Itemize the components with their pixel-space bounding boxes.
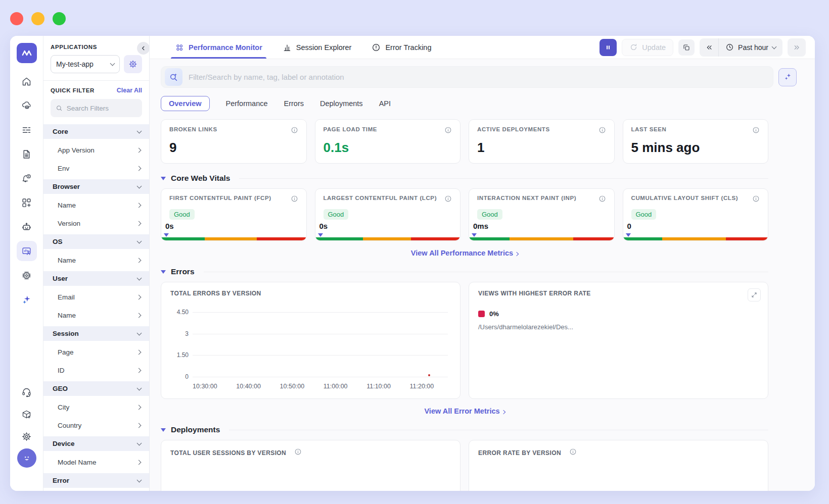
- application-select[interactable]: My-test-app: [51, 55, 120, 73]
- time-range-value: Past hour: [738, 43, 768, 52]
- ai-search-icon: [165, 68, 182, 86]
- global-filter-input[interactable]: [189, 73, 771, 81]
- home-icon[interactable]: [17, 71, 37, 91]
- support-headset-icon[interactable]: [17, 382, 37, 402]
- filter-group-core[interactable]: Core: [43, 124, 149, 139]
- filter-group-session[interactable]: Session: [43, 326, 149, 341]
- subtab-overview[interactable]: Overview: [161, 96, 210, 111]
- app-window: APPLICATIONS My-test-app QUICK FILTER Cl…: [10, 36, 815, 491]
- collapse-sidebar-button[interactable]: [137, 42, 150, 55]
- filter-item-app-version[interactable]: App Version: [43, 143, 149, 157]
- filter-item-session-id[interactable]: ID: [43, 363, 149, 377]
- search-icon: [56, 104, 63, 112]
- triangle-collapse-icon[interactable]: [161, 270, 166, 274]
- clear-all-link[interactable]: Clear All: [117, 87, 142, 94]
- view-all-performance-metrics-link[interactable]: View All Performance Metrics: [161, 249, 768, 257]
- filter-group-device[interactable]: Device: [43, 436, 149, 451]
- info-icon[interactable]: [291, 126, 298, 136]
- real-user-monitoring-icon[interactable]: [17, 241, 37, 261]
- chevron-down-icon: [110, 61, 115, 66]
- marker-triangle-icon: [164, 233, 169, 237]
- tab-performance-monitor[interactable]: Performance Monitor: [175, 36, 262, 59]
- x-tick: 11:00:00: [324, 383, 348, 390]
- alerts-bell-icon[interactable]: [17, 168, 37, 188]
- synthetics-robot-icon[interactable]: [17, 217, 37, 237]
- update-button[interactable]: Update: [622, 39, 673, 56]
- y-tick: 0: [170, 373, 189, 380]
- filter-search-input[interactable]: [67, 105, 137, 112]
- filter-item-env[interactable]: Env: [43, 161, 149, 175]
- close-window-button[interactable]: [10, 12, 23, 25]
- install-integration-box-icon[interactable]: [17, 404, 37, 424]
- triangle-collapse-icon[interactable]: [161, 177, 166, 180]
- settings-gear-icon[interactable]: [17, 426, 37, 446]
- cloud-infrastructure-icon[interactable]: [17, 95, 37, 116]
- minimize-window-button[interactable]: [31, 12, 44, 25]
- filter-item-session-page[interactable]: Page: [43, 345, 149, 359]
- info-icon[interactable]: [598, 126, 606, 136]
- error-rate-legend: 0%: [478, 310, 759, 318]
- tab-session-explorer[interactable]: Session Explorer: [283, 36, 352, 59]
- filter-item-user-name[interactable]: Name: [43, 308, 149, 322]
- dashboards-grid-plus-icon[interactable]: [17, 192, 37, 213]
- vitals-row: FIRST CONTENTFUL PAINT (FCP) Good 0s LAR…: [161, 188, 768, 241]
- middleware-logo[interactable]: [17, 43, 37, 63]
- filter-item-user-email[interactable]: Email: [43, 290, 149, 304]
- filter-group-error[interactable]: Error: [43, 473, 149, 488]
- filter-group-os[interactable]: OS: [43, 234, 149, 249]
- quick-filter-label: QUICK FILTER: [51, 87, 95, 93]
- subtab-api[interactable]: API: [379, 99, 391, 108]
- subtab-performance[interactable]: Performance: [226, 99, 268, 108]
- info-icon[interactable]: [294, 448, 302, 458]
- vital-value: 0ms: [473, 222, 488, 230]
- view-all-error-metrics-link[interactable]: View All Error Metrics: [161, 407, 768, 415]
- chevron-down-icon: [772, 44, 777, 49]
- filter-group-user[interactable]: User: [43, 271, 149, 286]
- filter-row: [150, 59, 815, 93]
- info-icon[interactable]: [752, 126, 760, 136]
- time-range-forward-button[interactable]: [788, 38, 806, 57]
- filter-item-os-name[interactable]: Name: [43, 253, 149, 267]
- copy-button[interactable]: [678, 39, 695, 56]
- info-icon[interactable]: [752, 195, 760, 205]
- status-badge: Good: [169, 209, 195, 220]
- ai-assist-button[interactable]: [778, 68, 797, 86]
- filter-item-geo-country[interactable]: Country: [43, 418, 149, 432]
- info-icon[interactable]: [598, 195, 606, 205]
- pause-live-button[interactable]: [600, 39, 617, 56]
- info-icon[interactable]: [444, 195, 452, 205]
- chevron-right-icon: [136, 258, 142, 263]
- info-icon[interactable]: [569, 448, 577, 458]
- ai-sparkle-icon[interactable]: [17, 289, 37, 310]
- triangle-collapse-icon[interactable]: [161, 428, 166, 432]
- main-area: Performance Monitor Session Explorer Err…: [150, 36, 815, 491]
- time-range-back-button[interactable]: [700, 38, 719, 57]
- reports-document-icon[interactable]: [17, 144, 37, 164]
- vital-fcp: FIRST CONTENTFUL PAINT (FCP) Good 0s: [161, 188, 307, 241]
- app-settings-button[interactable]: [124, 55, 142, 73]
- assistant-avatar[interactable]: [17, 448, 36, 468]
- logs-icon[interactable]: [17, 120, 37, 140]
- kpi-row: BROKEN LINKS 9 PAGE LOAD TIME 0.1s ACTIV…: [161, 119, 768, 164]
- tab-error-tracking[interactable]: Error Tracking: [372, 36, 431, 59]
- filter-item-browser-version[interactable]: Version: [43, 216, 149, 230]
- info-icon[interactable]: [291, 195, 298, 205]
- processor-chip-icon[interactable]: [17, 265, 37, 285]
- chevron-down-icon: [137, 128, 142, 133]
- info-icon[interactable]: [444, 126, 452, 136]
- subtab-deployments[interactable]: Deployments: [320, 99, 363, 108]
- filter-item-device-model-name[interactable]: Model Name: [43, 455, 149, 469]
- gear-icon: [128, 60, 137, 69]
- filter-group-browser[interactable]: Browser: [43, 179, 149, 194]
- expand-button[interactable]: [748, 288, 761, 301]
- total-user-sessions-by-version-card: TOTAL USER SESSIONS BY VERSION: [161, 440, 460, 491]
- filter-item-browser-name[interactable]: Name: [43, 198, 149, 212]
- deployments-row: TOTAL USER SESSIONS BY VERSION ERROR RAT…: [161, 440, 768, 491]
- subtab-errors[interactable]: Errors: [284, 99, 304, 108]
- filter-group-geo[interactable]: GEO: [43, 381, 149, 396]
- chevron-right-icon: [136, 349, 142, 355]
- zoom-window-button[interactable]: [53, 12, 66, 25]
- total-errors-by-version-card: TOTAL ERRORS BY VERSION 4.50 3 1.50 0 10…: [161, 282, 460, 399]
- filter-item-geo-city[interactable]: City: [43, 400, 149, 414]
- time-range-select[interactable]: Past hour: [719, 43, 782, 52]
